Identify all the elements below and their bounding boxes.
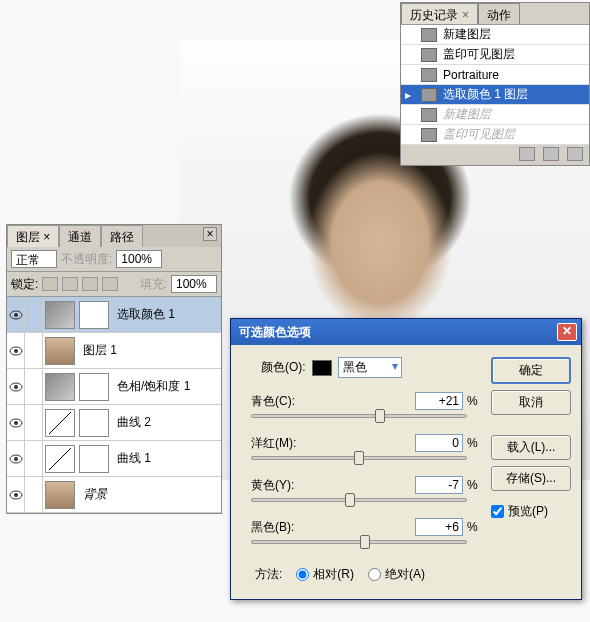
magenta-row: 洋红(M):0% bbox=[241, 434, 481, 460]
history-item[interactable]: 新建图层 bbox=[401, 25, 589, 45]
opacity-label: 不透明度: bbox=[61, 251, 112, 268]
visibility-toggle[interactable] bbox=[7, 477, 25, 512]
lock-label: 锁定: bbox=[11, 276, 38, 293]
load-button[interactable]: 载入(L)... bbox=[491, 435, 571, 460]
history-footer bbox=[401, 145, 589, 165]
layer-thumb[interactable] bbox=[45, 337, 75, 365]
dialog-title: 可选颜色选项 bbox=[239, 324, 311, 341]
link-col[interactable] bbox=[25, 405, 43, 440]
plugin-icon bbox=[421, 68, 437, 82]
link-col[interactable] bbox=[25, 369, 43, 404]
yellow-slider[interactable] bbox=[251, 498, 467, 502]
history-item-selected[interactable]: ▸选取颜色 1 图层 bbox=[401, 85, 589, 105]
tab-paths[interactable]: 路径 bbox=[101, 225, 143, 247]
layer-mask[interactable] bbox=[79, 301, 109, 329]
close-icon[interactable]: × bbox=[462, 8, 469, 22]
layer-row[interactable]: 曲线 1 bbox=[7, 441, 221, 477]
cyan-input[interactable]: +21 bbox=[415, 392, 463, 410]
visibility-toggle[interactable] bbox=[7, 369, 25, 404]
layer-row[interactable]: 选取颜色 1 bbox=[7, 297, 221, 333]
save-button[interactable]: 存储(S)... bbox=[491, 466, 571, 491]
lock-position-icon[interactable] bbox=[82, 277, 98, 291]
layer-mask[interactable] bbox=[79, 409, 109, 437]
black-input[interactable]: +6 bbox=[415, 518, 463, 536]
lock-pixels-icon[interactable] bbox=[62, 277, 78, 291]
svg-point-9 bbox=[14, 457, 18, 461]
selective-color-dialog: 可选颜色选项 ✕ 颜色(O): 黑色 青色(C):+21% 洋红(M):0% 黄… bbox=[230, 318, 582, 600]
history-item[interactable]: Portraiture bbox=[401, 65, 589, 85]
layer-name[interactable]: 曲线 2 bbox=[117, 414, 151, 431]
black-slider[interactable] bbox=[251, 540, 467, 544]
layer-thumb[interactable] bbox=[45, 409, 75, 437]
layer-thumb[interactable] bbox=[45, 481, 75, 509]
close-icon[interactable]: × bbox=[203, 227, 217, 241]
history-item[interactable]: 盖印可见图层 bbox=[401, 45, 589, 65]
slider-thumb[interactable] bbox=[375, 409, 385, 423]
layer-name[interactable]: 选取颜色 1 bbox=[117, 306, 175, 323]
layer-row[interactable]: 图层 1 bbox=[7, 333, 221, 369]
layer-list: 选取颜色 1 图层 1 色相/饱和度 1 曲线 2 曲线 1 bbox=[7, 297, 221, 513]
absolute-radio[interactable]: 绝对(A) bbox=[368, 566, 425, 583]
relative-radio[interactable]: 相对(R) bbox=[296, 566, 354, 583]
layer-name[interactable]: 曲线 1 bbox=[117, 450, 151, 467]
magenta-input[interactable]: 0 bbox=[415, 434, 463, 452]
blend-mode-select[interactable]: 正常 bbox=[11, 250, 57, 268]
svg-point-5 bbox=[14, 385, 18, 389]
layer-name[interactable]: 图层 1 bbox=[83, 342, 117, 359]
magenta-slider[interactable] bbox=[251, 456, 467, 460]
tab-channels[interactable]: 通道 bbox=[59, 225, 101, 247]
link-col[interactable] bbox=[25, 477, 43, 512]
close-button[interactable]: ✕ bbox=[557, 323, 577, 341]
layer-row[interactable]: 色相/饱和度 1 bbox=[7, 369, 221, 405]
lock-row: 锁定: 填充: 100% bbox=[7, 272, 221, 297]
ok-button[interactable]: 确定 bbox=[491, 357, 571, 384]
lock-all-icon[interactable] bbox=[102, 277, 118, 291]
visibility-toggle[interactable] bbox=[7, 297, 25, 332]
snapshot-icon[interactable] bbox=[519, 147, 535, 161]
layer-mask[interactable] bbox=[79, 445, 109, 473]
layer-icon bbox=[421, 28, 437, 42]
visibility-toggle[interactable] bbox=[7, 333, 25, 368]
layer-name[interactable]: 背景 bbox=[83, 486, 107, 503]
method-row: 方法: 相对(R) 绝对(A) bbox=[241, 560, 481, 587]
history-panel: 历史记录× 动作 新建图层 盖印可见图层 Portraiture ▸选取颜色 1… bbox=[400, 2, 590, 166]
link-col[interactable] bbox=[25, 333, 43, 368]
slider-thumb[interactable] bbox=[354, 451, 364, 465]
visibility-toggle[interactable] bbox=[7, 441, 25, 476]
svg-point-11 bbox=[14, 493, 18, 497]
lock-transparent-icon[interactable] bbox=[42, 277, 58, 291]
yellow-input[interactable]: -7 bbox=[415, 476, 463, 494]
visibility-toggle[interactable] bbox=[7, 405, 25, 440]
layer-row[interactable]: 曲线 2 bbox=[7, 405, 221, 441]
link-col[interactable] bbox=[25, 441, 43, 476]
trash-icon[interactable] bbox=[567, 147, 583, 161]
layer-icon bbox=[421, 108, 437, 122]
fill-input[interactable]: 100% bbox=[171, 275, 217, 293]
color-dropdown[interactable]: 黑色 bbox=[338, 357, 402, 378]
history-list: 新建图层 盖印可见图层 Portraiture ▸选取颜色 1 图层 新建图层 … bbox=[401, 25, 589, 145]
dialog-titlebar[interactable]: 可选颜色选项 ✕ bbox=[231, 319, 581, 345]
new-doc-icon[interactable] bbox=[543, 147, 559, 161]
cyan-slider[interactable] bbox=[251, 414, 467, 418]
link-col[interactable] bbox=[25, 297, 43, 332]
layer-thumb[interactable] bbox=[45, 301, 75, 329]
preview-checkbox[interactable]: 预览(P) bbox=[491, 503, 571, 520]
layer-thumb[interactable] bbox=[45, 445, 75, 473]
layer-mask[interactable] bbox=[79, 373, 109, 401]
cancel-button[interactable]: 取消 bbox=[491, 390, 571, 415]
close-icon[interactable]: × bbox=[43, 230, 50, 244]
layers-tabs: 图层 × 通道 路径 bbox=[7, 225, 221, 247]
color-swatch bbox=[312, 360, 332, 376]
layer-row[interactable]: 背景 bbox=[7, 477, 221, 513]
layers-panel: × 图层 × 通道 路径 正常 不透明度: 100% 锁定: 填充: 100% … bbox=[6, 224, 222, 514]
tab-actions[interactable]: 动作 bbox=[478, 3, 520, 24]
layer-thumb[interactable] bbox=[45, 373, 75, 401]
tab-layers[interactable]: 图层 × bbox=[7, 225, 59, 247]
slider-thumb[interactable] bbox=[360, 535, 370, 549]
tab-history[interactable]: 历史记录× bbox=[401, 3, 478, 24]
slider-thumb[interactable] bbox=[345, 493, 355, 507]
opacity-input[interactable]: 100% bbox=[116, 250, 162, 268]
layer-name[interactable]: 色相/饱和度 1 bbox=[117, 378, 190, 395]
history-item[interactable]: 新建图层 bbox=[401, 105, 589, 125]
history-item[interactable]: 盖印可见图层 bbox=[401, 125, 589, 145]
